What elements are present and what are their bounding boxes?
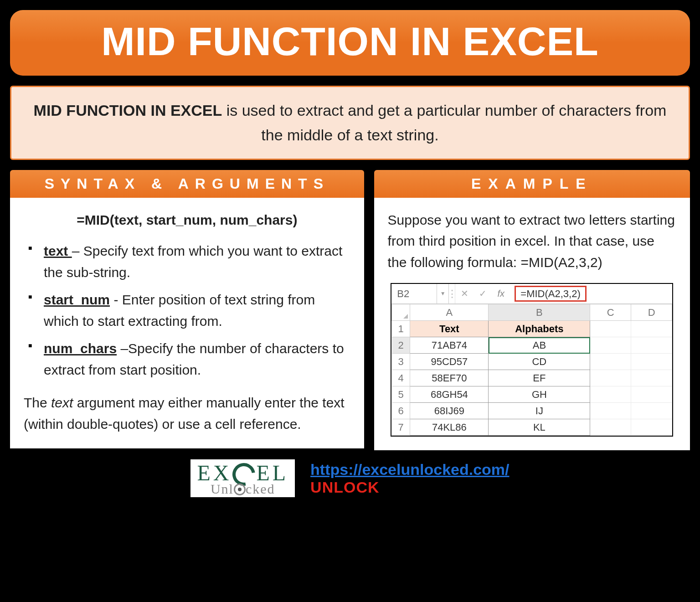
arg-desc: – Specify text from which you want to ex…: [44, 243, 342, 280]
table-row: 3 95CD57 CD: [392, 354, 672, 370]
arg-name: start_num: [44, 292, 110, 307]
footer-links: https://excelunlocked.com/ UNLOCK: [310, 461, 509, 496]
row-header[interactable]: 1: [392, 321, 410, 337]
syntax-header: SYNTAX & ARGUMENTS: [10, 170, 364, 198]
footer: EXEL Unlcked https://excelunlocked.com/ …: [10, 459, 690, 497]
cell[interactable]: [590, 386, 631, 403]
cell[interactable]: IJ: [489, 403, 590, 419]
cell[interactable]: [631, 403, 672, 419]
arg-name: num_chars: [44, 341, 117, 356]
row-header[interactable]: 5: [392, 386, 410, 403]
cell[interactable]: [631, 337, 672, 354]
cell[interactable]: [590, 321, 631, 337]
page-title: MID FUNCTION IN EXCEL: [101, 19, 599, 64]
formula-input[interactable]: =MID(A2,3,2): [515, 286, 586, 302]
footer-unlock-text: UNLOCK: [310, 479, 509, 496]
footer-url-link[interactable]: https://excelunlocked.com/: [310, 461, 509, 479]
col-header-B[interactable]: B: [489, 304, 590, 321]
lock-icon: [234, 484, 246, 495]
example-text: Suppose you want to extract two letters …: [388, 210, 676, 273]
cell[interactable]: 95CD57: [410, 354, 489, 370]
intro-text: is used to extract and get a particular …: [222, 102, 666, 144]
fx-separator: ⋮: [449, 284, 455, 304]
cell[interactable]: [631, 321, 672, 337]
table-row: 1 Text Alphabets: [392, 321, 672, 337]
list-item: text – Specify text from which you want …: [28, 241, 350, 283]
cell[interactable]: [590, 354, 631, 370]
cell[interactable]: 74KL86: [410, 419, 489, 436]
cell[interactable]: CD: [489, 354, 590, 370]
cell[interactable]: 68GH54: [410, 386, 489, 403]
active-cell[interactable]: AB: [489, 337, 590, 354]
cell[interactable]: [590, 337, 631, 354]
brand-logo: EXEL Unlcked: [190, 459, 295, 497]
arg-name: text: [44, 243, 72, 258]
page-title-banner: MID FUNCTION IN EXCEL: [10, 10, 690, 76]
excel-screenshot: B2 ▼ ⋮ ✕ ✓ fx =MID(A2,3,2) A B C D: [391, 283, 673, 437]
list-item: num_chars –Specify the number of charact…: [28, 338, 350, 381]
col-header-C[interactable]: C: [590, 304, 631, 321]
fx-icon[interactable]: fx: [492, 284, 510, 304]
select-all-corner[interactable]: [392, 304, 410, 321]
col-header-A[interactable]: A: [410, 304, 489, 321]
cell[interactable]: [631, 386, 672, 403]
syntax-note: The text argument may either manually en…: [24, 392, 350, 435]
cell[interactable]: 68IJ69: [410, 403, 489, 419]
cell[interactable]: EF: [489, 370, 590, 386]
logo-top-text: EXEL: [197, 462, 288, 484]
table-row: 6 68IJ69 IJ: [392, 403, 672, 419]
cell[interactable]: [590, 370, 631, 386]
columns-wrap: SYNTAX & ARGUMENTS =MID(text, start_num,…: [10, 170, 690, 451]
cancel-icon[interactable]: ✕: [455, 284, 474, 304]
argument-list: text – Specify text from which you want …: [28, 241, 350, 381]
list-item: start_num - Enter position of text strin…: [28, 289, 350, 332]
logo-bottom-text: Unlcked: [211, 482, 275, 496]
note-pre: The: [24, 395, 51, 410]
col-header-D[interactable]: D: [631, 304, 672, 321]
intro-box: MID FUNCTION IN EXCEL is used to extract…: [10, 86, 690, 160]
cell[interactable]: [631, 354, 672, 370]
table-row: 4 58EF70 EF: [392, 370, 672, 386]
table-row: 2 71AB74 AB: [392, 337, 672, 354]
cell[interactable]: 58EF70: [410, 370, 489, 386]
table-row: 7 74KL86 KL: [392, 419, 672, 436]
note-italic: text: [51, 395, 73, 410]
row-header[interactable]: 7: [392, 419, 410, 436]
row-header[interactable]: 4: [392, 370, 410, 386]
cell[interactable]: GH: [489, 386, 590, 403]
cell[interactable]: 71AB74: [410, 337, 489, 354]
cell[interactable]: [631, 370, 672, 386]
syntax-column: SYNTAX & ARGUMENTS =MID(text, start_num,…: [10, 170, 364, 451]
cell[interactable]: [590, 403, 631, 419]
row-header[interactable]: 3: [392, 354, 410, 370]
syntax-formula: =MID(text, start_num, num_chars): [24, 210, 350, 231]
intro-bold: MID FUNCTION IN EXCEL: [34, 102, 222, 119]
cell[interactable]: Alphabets: [489, 321, 590, 337]
name-box[interactable]: B2: [391, 284, 437, 304]
logo-bottom-pre: Unl: [211, 481, 234, 496]
corner-triangle-icon: [403, 314, 408, 319]
cell[interactable]: [631, 419, 672, 436]
formula-bar: B2 ▼ ⋮ ✕ ✓ fx =MID(A2,3,2): [391, 284, 672, 304]
row-header[interactable]: 6: [392, 403, 410, 419]
example-header: EXAMPLE: [374, 170, 690, 198]
syntax-body: =MID(text, start_num, num_chars) text – …: [10, 198, 364, 449]
enter-icon[interactable]: ✓: [474, 284, 492, 304]
excel-grid: A B C D 1 Text Alphabets 2 71AB74: [391, 304, 672, 436]
column-header-row: A B C D: [392, 304, 672, 321]
example-body: Suppose you want to extract two letters …: [374, 198, 690, 451]
row-header[interactable]: 2: [392, 337, 410, 354]
cell[interactable]: Text: [410, 321, 489, 337]
table-row: 5 68GH54 GH: [392, 386, 672, 403]
cell[interactable]: [590, 419, 631, 436]
example-column: EXAMPLE Suppose you want to extract two …: [374, 170, 690, 451]
cell[interactable]: KL: [489, 419, 590, 436]
